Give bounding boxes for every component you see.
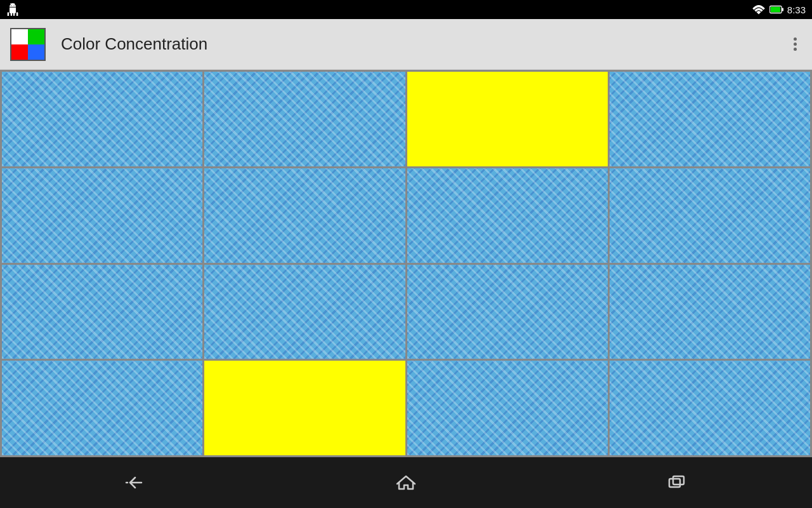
cell-1-1[interactable] [204,168,405,263]
cell-pattern-2-0 [2,265,202,359]
cell-2-3[interactable] [610,265,810,359]
recent-apps-button[interactable] [658,470,696,495]
game-grid [0,70,812,457]
svg-rect-4 [673,476,684,485]
status-bar: 8:33 [0,0,812,19]
cell-pattern-1-1 [204,168,405,263]
android-icon [6,3,19,16]
overflow-menu-button[interactable] [789,32,802,56]
cell-pattern-2-2 [407,265,608,359]
overflow-dot-2 [794,43,797,46]
cell-pattern-2-1 [204,265,405,359]
battery-icon [769,5,783,14]
cell-1-3[interactable] [610,168,810,263]
svg-rect-1 [782,8,783,11]
icon-cell-red [11,44,28,60]
wifi-icon [752,4,766,15]
back-button[interactable] [116,470,154,495]
cell-pattern-0-0 [2,72,202,166]
cell-3-1[interactable] [204,361,405,455]
overflow-dot-1 [794,37,797,41]
icon-cell-green [28,29,44,44]
cell-0-3[interactable] [610,72,810,166]
icon-cell-blue [28,44,44,60]
app-title: Color Concentration [61,34,789,54]
cell-0-1[interactable] [204,72,405,166]
svg-rect-2 [770,7,780,12]
cell-1-0[interactable] [2,168,202,263]
cell-pattern-3-2 [407,361,608,455]
cell-0-0[interactable] [2,72,202,166]
cell-pattern-1-3 [610,168,810,263]
cell-3-2[interactable] [407,361,608,455]
cell-0-2[interactable] [407,72,608,166]
cell-2-2[interactable] [407,265,608,359]
cell-2-1[interactable] [204,265,405,359]
navigation-bar [0,457,812,508]
svg-rect-3 [669,479,680,487]
cell-yellow-3-1 [204,361,405,455]
icon-cell-white [11,29,28,44]
home-button[interactable] [387,470,425,495]
cell-pattern-0-3 [610,72,810,166]
cell-pattern-3-3 [610,361,810,455]
app-icon [10,28,46,61]
cell-3-3[interactable] [610,361,810,455]
status-bar-right: 8:33 [752,4,806,15]
cell-3-0[interactable] [2,361,202,455]
cell-pattern-1-2 [407,168,608,263]
cell-pattern-3-0 [2,361,202,455]
cell-yellow-0-2 [407,72,608,166]
status-time: 8:33 [787,4,806,15]
cell-1-2[interactable] [407,168,608,263]
overflow-dot-3 [794,48,797,51]
status-bar-left [6,3,19,16]
cell-2-0[interactable] [2,265,202,359]
cell-pattern-0-1 [204,72,405,166]
cell-pattern-2-3 [610,265,810,359]
app-bar: Color Concentration [0,19,812,70]
cell-pattern-1-0 [2,168,202,263]
